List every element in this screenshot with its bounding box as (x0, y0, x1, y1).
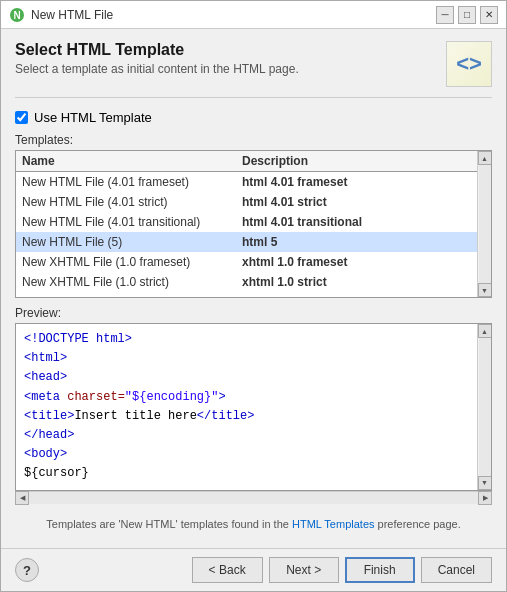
code-text: <html> (24, 351, 67, 365)
title-bar-text: New HTML File (31, 8, 430, 22)
table-row[interactable]: New XHTML File (1.0 strict) xhtml 1.0 st… (16, 272, 477, 292)
preview-scroll-down-button[interactable]: ▼ (478, 476, 492, 490)
code-line-5: <title>Insert title here</title> (24, 407, 469, 426)
templates-section: Templates: Name Description New HTML Fil… (15, 133, 492, 298)
info-text-after: preference page. (375, 518, 461, 530)
header-text: Select HTML Template Select a template a… (15, 41, 436, 76)
finish-button[interactable]: Finish (345, 557, 415, 583)
preview-scroll-up-button[interactable]: ▲ (478, 324, 492, 338)
svg-text:N: N (13, 10, 20, 21)
info-text-before: Templates are 'New HTML' templates found… (46, 518, 292, 530)
row-desc: html 4.01 strict (242, 195, 471, 209)
table-row[interactable]: New HTML File (4.01 strict) html 4.01 st… (16, 192, 477, 212)
code-text: <body> (24, 447, 67, 461)
templates-table-container: Name Description New HTML File (4.01 fra… (15, 150, 492, 298)
table-row[interactable]: New HTML File (4.01 frameset) html 4.01 … (16, 172, 477, 192)
header-row: Select HTML Template Select a template a… (15, 41, 492, 87)
table-body: New HTML File (4.01 frameset) html 4.01 … (16, 172, 477, 297)
dialog-content: Select HTML Template Select a template a… (1, 29, 506, 548)
page-title: Select HTML Template (15, 41, 436, 59)
table-row[interactable]: New XHTML File (1.0 frameset) xhtml 1.0 … (16, 252, 477, 272)
row-desc: xhtml 1.0 strict (242, 275, 471, 289)
dialog-footer: ? < Back Next > Finish Cancel (1, 549, 506, 591)
title-bar-icon: N (9, 7, 25, 23)
scroll-down-button[interactable]: ▼ (478, 283, 492, 297)
code-text: ${cursor} (24, 466, 89, 480)
title-bar-controls: ─ □ ✕ (436, 6, 498, 24)
templates-table-inner: Name Description New HTML File (4.01 fra… (16, 151, 477, 297)
col-header-desc: Description (242, 154, 471, 168)
help-button[interactable]: ? (15, 558, 39, 582)
minimize-button[interactable]: ─ (436, 6, 454, 24)
html-templates-link[interactable]: HTML Templates (292, 518, 375, 530)
dialog-window: N New HTML File ─ □ ✕ Select HTML Templa… (0, 0, 507, 592)
code-text: <meta (24, 390, 67, 404)
row-desc: html 4.01 transitional (242, 215, 471, 229)
code-text: </head> (24, 428, 74, 442)
code-text: Insert title here (74, 409, 196, 423)
row-desc: html 5 (242, 235, 471, 249)
table-header: Name Description (16, 151, 477, 172)
preview-label: Preview: (15, 306, 492, 320)
row-name: New HTML File (4.01 transitional) (22, 215, 242, 229)
preview-scroll-track (479, 338, 491, 476)
code-line-6: </head> (24, 426, 469, 445)
preview-box: <!DOCTYPE html> <html> <head> <meta char… (15, 323, 492, 491)
header-divider (15, 97, 492, 98)
code-text: > (218, 390, 225, 404)
title-bar: N New HTML File ─ □ ✕ (1, 1, 506, 29)
row-desc: xhtml 1.0 frameset (242, 255, 471, 269)
table-row-selected[interactable]: New HTML File (5) html 5 (16, 232, 477, 252)
table-vertical-scrollbar[interactable]: ▲ ▼ (477, 151, 491, 297)
code-text: <title> (24, 409, 74, 423)
next-button[interactable]: Next > (269, 557, 339, 583)
templates-label: Templates: (15, 133, 492, 147)
use-template-label: Use HTML Template (34, 110, 152, 125)
preview-horizontal-scrollbar[interactable]: ◀ ▶ (15, 491, 492, 505)
code-line-2: <html> (24, 349, 469, 368)
maximize-button[interactable]: □ (458, 6, 476, 24)
hscroll-track (29, 492, 478, 504)
scroll-up-button[interactable]: ▲ (478, 151, 492, 165)
row-name: New XHTML File (1.0 frameset) (22, 255, 242, 269)
code-line-7: <body> (24, 445, 469, 464)
code-line-3: <head> (24, 368, 469, 387)
code-text: </title> (197, 409, 255, 423)
use-template-checkbox-row: Use HTML Template (15, 110, 492, 125)
html-brackets-icon: <> (456, 51, 482, 77)
preview-section: Preview: <!DOCTYPE html> <html> <head> <… (15, 306, 492, 505)
preview-content: <!DOCTYPE html> <html> <head> <meta char… (16, 324, 477, 490)
hscroll-right-button[interactable]: ▶ (478, 491, 492, 505)
code-text: "${encoding}" (125, 390, 219, 404)
scroll-track (479, 165, 491, 283)
back-button[interactable]: < Back (192, 557, 263, 583)
code-line-4: <meta charset="${encoding}"> (24, 388, 469, 407)
use-template-checkbox[interactable] (15, 111, 28, 124)
code-text: <!DOCTYPE html> (24, 332, 132, 346)
row-name: New HTML File (4.01 frameset) (22, 175, 242, 189)
page-subtitle: Select a template as initial content in … (15, 62, 436, 76)
cancel-button[interactable]: Cancel (421, 557, 492, 583)
code-line-1: <!DOCTYPE html> (24, 330, 469, 349)
code-text: charset= (67, 390, 125, 404)
info-bar: Templates are 'New HTML' templates found… (15, 513, 492, 536)
preview-vertical-scrollbar[interactable]: ▲ ▼ (477, 324, 491, 490)
col-header-name: Name (22, 154, 242, 168)
row-name: New HTML File (5) (22, 235, 242, 249)
table-row[interactable]: New HTML File (4.01 transitional) html 4… (16, 212, 477, 232)
row-desc: html 4.01 frameset (242, 175, 471, 189)
close-button[interactable]: ✕ (480, 6, 498, 24)
row-name: New HTML File (4.01 strict) (22, 195, 242, 209)
hscroll-left-button[interactable]: ◀ (15, 491, 29, 505)
html-file-icon: <> (446, 41, 492, 87)
code-text: <head> (24, 370, 67, 384)
code-line-8: ${cursor} (24, 464, 469, 483)
row-name: New XHTML File (1.0 strict) (22, 275, 242, 289)
